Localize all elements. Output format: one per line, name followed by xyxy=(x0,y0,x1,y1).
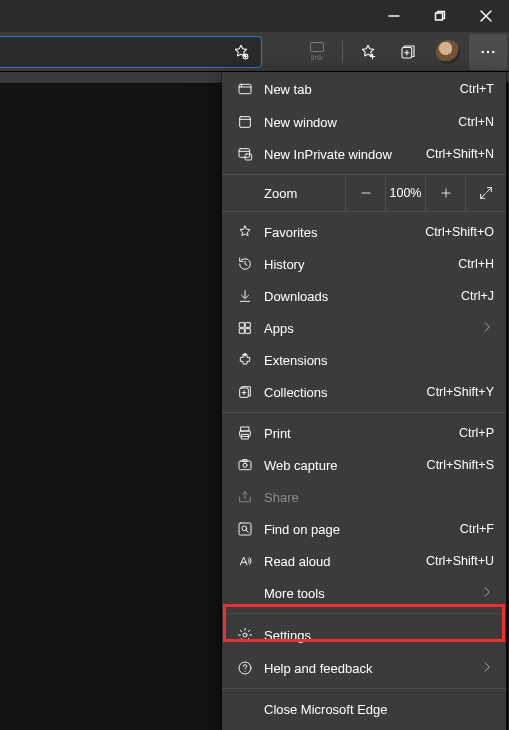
zoom-in-button[interactable] xyxy=(426,175,466,211)
profile-button[interactable] xyxy=(429,34,467,70)
web-capture-icon xyxy=(232,457,258,473)
menu-favorites[interactable]: Favorites Ctrl+Shift+O xyxy=(222,216,506,248)
menu-item-label: Extensions xyxy=(258,353,494,368)
menu-share: Share xyxy=(222,481,506,513)
print-icon xyxy=(232,425,258,441)
menu-item-label: New window xyxy=(258,115,458,130)
menu-item-shortcut: Ctrl+F xyxy=(460,522,494,536)
zoom-label: Zoom xyxy=(222,175,346,211)
menu-zoom: Zoom 100% xyxy=(222,174,506,212)
menu-item-shortcut: Ctrl+Shift+S xyxy=(427,458,494,472)
svg-rect-31 xyxy=(246,323,251,328)
collections-icon xyxy=(232,384,258,400)
more-menu-button[interactable] xyxy=(469,34,507,70)
window-titlebar xyxy=(0,0,509,32)
favorites-button[interactable] xyxy=(349,34,387,70)
menu-item-label: History xyxy=(258,257,458,272)
collections-button[interactable] xyxy=(389,34,427,70)
menu-close-edge[interactable]: Close Microsoft Edge xyxy=(222,693,506,725)
read-aloud-icon xyxy=(232,553,258,569)
menu-item-label: New InPrivate window xyxy=(258,147,426,162)
svg-line-27 xyxy=(481,194,486,199)
menu-web-capture[interactable]: Web capture Ctrl+Shift+S xyxy=(222,449,506,481)
menu-read-aloud[interactable]: Read aloud Ctrl+Shift+U xyxy=(222,545,506,577)
settings-and-more-menu: New tab Ctrl+T New window Ctrl+N New InP… xyxy=(222,72,506,730)
menu-item-label: Favorites xyxy=(258,225,425,240)
menu-item-shortcut: Ctrl+H xyxy=(458,257,494,271)
maximize-button[interactable] xyxy=(417,0,463,32)
menu-new-tab[interactable]: New tab Ctrl+T xyxy=(222,72,506,106)
svg-point-13 xyxy=(487,50,489,52)
menu-item-label: Close Microsoft Edge xyxy=(232,702,494,717)
menu-downloads[interactable]: Downloads Ctrl+J xyxy=(222,280,506,312)
menu-item-label: Collections xyxy=(258,385,427,400)
svg-line-47 xyxy=(246,530,248,532)
menu-item-shortcut: Ctrl+Shift+O xyxy=(425,225,494,239)
svg-point-49 xyxy=(243,633,247,637)
menu-item-label: Find on page xyxy=(258,522,460,537)
chevron-right-icon xyxy=(480,320,494,337)
add-favorite-icon[interactable] xyxy=(227,38,255,66)
svg-rect-33 xyxy=(246,329,251,334)
download-icon xyxy=(232,288,258,304)
new-tab-icon xyxy=(232,81,258,97)
menu-item-label: Settings xyxy=(258,628,494,643)
svg-rect-41 xyxy=(239,461,251,470)
fullscreen-button[interactable] xyxy=(466,175,506,211)
svg-rect-20 xyxy=(239,149,250,158)
svg-point-14 xyxy=(492,50,494,52)
menu-item-label: New tab xyxy=(258,82,460,97)
menu-new-inprivate[interactable]: New InPrivate window Ctrl+Shift+N xyxy=(222,138,506,170)
minimize-button[interactable] xyxy=(371,0,417,32)
menu-more-tools[interactable]: More tools xyxy=(222,577,506,609)
new-window-icon xyxy=(232,114,258,130)
menu-divider xyxy=(222,412,506,413)
link-label: link xyxy=(311,53,323,62)
svg-point-42 xyxy=(243,463,247,467)
menu-item-shortcut: Ctrl+Shift+U xyxy=(426,554,494,568)
find-icon xyxy=(232,521,258,537)
menu-item-label: Apps xyxy=(258,321,480,336)
svg-rect-38 xyxy=(241,427,249,431)
menu-find[interactable]: Find on page Ctrl+F xyxy=(222,513,506,545)
history-icon xyxy=(232,256,258,272)
svg-rect-45 xyxy=(239,523,251,535)
menu-collections[interactable]: Collections Ctrl+Shift+Y xyxy=(222,376,506,408)
svg-rect-32 xyxy=(240,329,245,334)
chevron-right-icon xyxy=(480,585,494,602)
zoom-value: 100% xyxy=(386,175,426,211)
avatar xyxy=(436,40,460,64)
link-drop-button[interactable]: link xyxy=(298,34,336,70)
zoom-out-button[interactable] xyxy=(346,175,386,211)
address-bar[interactable] xyxy=(0,36,262,68)
menu-item-shortcut: Ctrl+T xyxy=(460,82,494,96)
menu-item-label: Downloads xyxy=(258,289,461,304)
menu-settings[interactable]: Settings xyxy=(222,618,506,652)
menu-divider xyxy=(222,613,506,614)
menu-print[interactable]: Print Ctrl+P xyxy=(222,417,506,449)
menu-item-label: Print xyxy=(258,426,459,441)
svg-rect-15 xyxy=(239,84,251,93)
chevron-right-icon xyxy=(480,660,494,677)
svg-rect-18 xyxy=(240,117,251,128)
svg-line-26 xyxy=(487,188,492,193)
menu-help[interactable]: Help and feedback xyxy=(222,652,506,684)
svg-rect-1 xyxy=(436,13,443,20)
extensions-icon xyxy=(232,352,258,368)
menu-item-label: Share xyxy=(258,490,494,505)
menu-item-shortcut: Ctrl+J xyxy=(461,289,494,303)
gear-icon xyxy=(232,627,258,643)
menu-item-shortcut: Ctrl+Shift+Y xyxy=(427,385,494,399)
toolbar-separator xyxy=(342,41,343,63)
menu-apps[interactable]: Apps xyxy=(222,312,506,344)
menu-item-shortcut: Ctrl+N xyxy=(458,115,494,129)
inprivate-icon xyxy=(232,146,258,162)
menu-item-label: Web capture xyxy=(258,458,427,473)
browser-toolbar: link xyxy=(0,32,509,72)
close-window-button[interactable] xyxy=(463,0,509,32)
svg-point-12 xyxy=(482,50,484,52)
star-icon xyxy=(232,224,258,240)
menu-history[interactable]: History Ctrl+H xyxy=(222,248,506,280)
menu-extensions[interactable]: Extensions xyxy=(222,344,506,376)
menu-new-window[interactable]: New window Ctrl+N xyxy=(222,106,506,138)
